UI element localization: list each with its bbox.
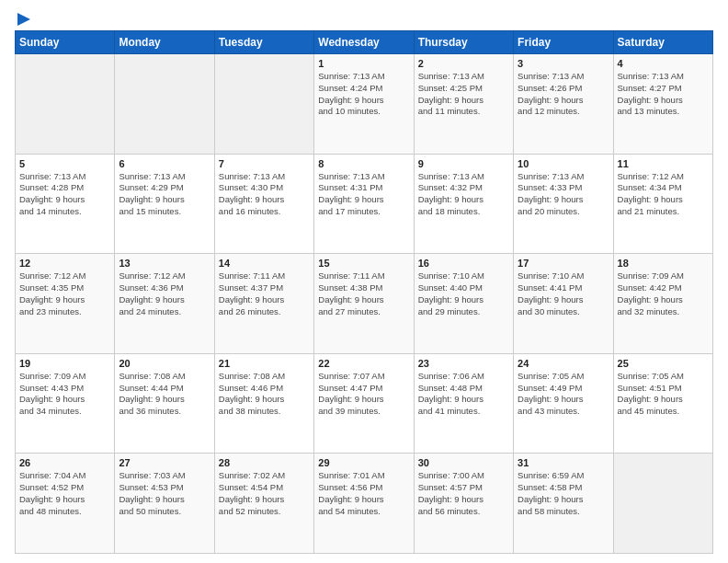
day-number: 15 <box>318 258 409 269</box>
day-number: 29 <box>318 457 409 468</box>
calendar-cell: 20Sunrise: 7:08 AM Sunset: 4:44 PM Dayli… <box>115 353 214 454</box>
calendar-cell <box>16 54 115 155</box>
day-number: 5 <box>19 158 110 169</box>
cell-info: Sunrise: 7:13 AM Sunset: 4:31 PM Dayligh… <box>318 171 409 218</box>
day-number: 20 <box>119 358 210 369</box>
logo <box>15 15 30 23</box>
calendar-cell: 15Sunrise: 7:11 AM Sunset: 4:38 PM Dayli… <box>314 254 414 354</box>
calendar-cell: 26Sunrise: 7:04 AM Sunset: 4:52 PM Dayli… <box>16 454 115 554</box>
day-number: 11 <box>618 158 709 169</box>
calendar-cell: 13Sunrise: 7:12 AM Sunset: 4:36 PM Dayli… <box>115 254 214 354</box>
week-row-1: 1Sunrise: 7:13 AM Sunset: 4:24 PM Daylig… <box>16 54 713 155</box>
day-number: 12 <box>19 258 110 269</box>
calendar-cell <box>214 54 313 155</box>
col-header-saturday: Saturday <box>613 31 712 54</box>
cell-info: Sunrise: 7:13 AM Sunset: 4:29 PM Dayligh… <box>119 171 210 218</box>
col-header-monday: Monday <box>115 31 214 54</box>
cell-info: Sunrise: 7:03 AM Sunset: 4:53 PM Dayligh… <box>119 470 210 517</box>
cell-info: Sunrise: 7:08 AM Sunset: 4:46 PM Dayligh… <box>219 371 310 418</box>
calendar-cell <box>613 454 712 554</box>
cell-info: Sunrise: 7:13 AM Sunset: 4:28 PM Dayligh… <box>19 171 110 218</box>
cell-info: Sunrise: 6:59 AM Sunset: 4:58 PM Dayligh… <box>518 470 609 517</box>
cell-info: Sunrise: 7:04 AM Sunset: 4:52 PM Dayligh… <box>19 470 110 517</box>
page: SundayMondayTuesdayWednesdayThursdayFrid… <box>0 0 728 563</box>
cell-info: Sunrise: 7:08 AM Sunset: 4:44 PM Dayligh… <box>119 371 210 418</box>
cell-info: Sunrise: 7:09 AM Sunset: 4:42 PM Dayligh… <box>618 270 709 317</box>
cell-info: Sunrise: 7:02 AM Sunset: 4:54 PM Dayligh… <box>219 470 310 517</box>
day-number: 3 <box>518 58 609 69</box>
col-header-sunday: Sunday <box>16 31 115 54</box>
svg-marker-0 <box>17 13 30 26</box>
day-number: 21 <box>219 358 310 369</box>
calendar-cell: 1Sunrise: 7:13 AM Sunset: 4:24 PM Daylig… <box>314 54 414 155</box>
calendar-header-row: SundayMondayTuesdayWednesdayThursdayFrid… <box>16 31 713 54</box>
cell-info: Sunrise: 7:13 AM Sunset: 4:32 PM Dayligh… <box>418 171 509 218</box>
col-header-thursday: Thursday <box>414 31 513 54</box>
calendar-cell: 31Sunrise: 6:59 AM Sunset: 4:58 PM Dayli… <box>514 454 613 554</box>
calendar-cell: 12Sunrise: 7:12 AM Sunset: 4:35 PM Dayli… <box>16 254 115 354</box>
cell-info: Sunrise: 7:13 AM Sunset: 4:33 PM Dayligh… <box>518 171 609 218</box>
cell-info: Sunrise: 7:01 AM Sunset: 4:56 PM Dayligh… <box>318 470 409 517</box>
calendar-cell: 28Sunrise: 7:02 AM Sunset: 4:54 PM Dayli… <box>214 454 313 554</box>
calendar-cell: 8Sunrise: 7:13 AM Sunset: 4:31 PM Daylig… <box>314 154 414 254</box>
day-number: 13 <box>119 258 210 269</box>
calendar-cell: 2Sunrise: 7:13 AM Sunset: 4:25 PM Daylig… <box>414 54 513 155</box>
week-row-3: 12Sunrise: 7:12 AM Sunset: 4:35 PM Dayli… <box>16 254 713 354</box>
day-number: 31 <box>518 457 609 468</box>
cell-info: Sunrise: 7:11 AM Sunset: 4:38 PM Dayligh… <box>318 270 409 317</box>
calendar-cell: 24Sunrise: 7:05 AM Sunset: 4:49 PM Dayli… <box>514 353 613 454</box>
cell-info: Sunrise: 7:13 AM Sunset: 4:26 PM Dayligh… <box>518 71 609 118</box>
day-number: 23 <box>418 358 509 369</box>
day-number: 27 <box>119 457 210 468</box>
day-number: 7 <box>219 158 310 169</box>
day-number: 14 <box>219 258 310 269</box>
week-row-5: 26Sunrise: 7:04 AM Sunset: 4:52 PM Dayli… <box>16 454 713 554</box>
header <box>15 15 713 23</box>
day-number: 4 <box>618 58 709 69</box>
day-number: 25 <box>618 358 709 369</box>
day-number: 28 <box>219 457 310 468</box>
day-number: 2 <box>418 58 509 69</box>
cell-info: Sunrise: 7:13 AM Sunset: 4:27 PM Dayligh… <box>618 71 709 118</box>
calendar-cell: 22Sunrise: 7:07 AM Sunset: 4:47 PM Dayli… <box>314 353 414 454</box>
cell-info: Sunrise: 7:13 AM Sunset: 4:25 PM Dayligh… <box>418 71 509 118</box>
day-number: 1 <box>318 58 409 69</box>
day-number: 9 <box>418 158 509 169</box>
cell-info: Sunrise: 7:05 AM Sunset: 4:49 PM Dayligh… <box>518 371 609 418</box>
cell-info: Sunrise: 7:13 AM Sunset: 4:30 PM Dayligh… <box>219 171 310 218</box>
col-header-wednesday: Wednesday <box>314 31 414 54</box>
day-number: 10 <box>518 158 609 169</box>
calendar-cell: 3Sunrise: 7:13 AM Sunset: 4:26 PM Daylig… <box>514 54 613 155</box>
calendar-table: SundayMondayTuesdayWednesdayThursdayFrid… <box>15 30 713 554</box>
calendar-cell: 7Sunrise: 7:13 AM Sunset: 4:30 PM Daylig… <box>214 154 313 254</box>
day-number: 18 <box>618 258 709 269</box>
calendar-cell: 29Sunrise: 7:01 AM Sunset: 4:56 PM Dayli… <box>314 454 414 554</box>
calendar-cell: 16Sunrise: 7:10 AM Sunset: 4:40 PM Dayli… <box>414 254 513 354</box>
calendar-cell: 4Sunrise: 7:13 AM Sunset: 4:27 PM Daylig… <box>613 54 712 155</box>
cell-info: Sunrise: 7:10 AM Sunset: 4:40 PM Dayligh… <box>418 270 509 317</box>
cell-info: Sunrise: 7:09 AM Sunset: 4:43 PM Dayligh… <box>19 371 110 418</box>
day-number: 17 <box>518 258 609 269</box>
calendar-cell: 23Sunrise: 7:06 AM Sunset: 4:48 PM Dayli… <box>414 353 513 454</box>
cell-info: Sunrise: 7:12 AM Sunset: 4:36 PM Dayligh… <box>119 270 210 317</box>
week-row-4: 19Sunrise: 7:09 AM Sunset: 4:43 PM Dayli… <box>16 353 713 454</box>
day-number: 26 <box>19 457 110 468</box>
cell-info: Sunrise: 7:05 AM Sunset: 4:51 PM Dayligh… <box>618 371 709 418</box>
cell-info: Sunrise: 7:12 AM Sunset: 4:34 PM Dayligh… <box>618 171 709 218</box>
day-number: 22 <box>318 358 409 369</box>
col-header-tuesday: Tuesday <box>214 31 313 54</box>
calendar-cell: 6Sunrise: 7:13 AM Sunset: 4:29 PM Daylig… <box>115 154 214 254</box>
calendar-cell: 11Sunrise: 7:12 AM Sunset: 4:34 PM Dayli… <box>613 154 712 254</box>
day-number: 19 <box>19 358 110 369</box>
cell-info: Sunrise: 7:13 AM Sunset: 4:24 PM Dayligh… <box>318 71 409 118</box>
calendar-cell: 27Sunrise: 7:03 AM Sunset: 4:53 PM Dayli… <box>115 454 214 554</box>
calendar-cell: 30Sunrise: 7:00 AM Sunset: 4:57 PM Dayli… <box>414 454 513 554</box>
calendar-cell <box>115 54 214 155</box>
cell-info: Sunrise: 7:12 AM Sunset: 4:35 PM Dayligh… <box>19 270 110 317</box>
day-number: 6 <box>119 158 210 169</box>
calendar-cell: 25Sunrise: 7:05 AM Sunset: 4:51 PM Dayli… <box>613 353 712 454</box>
cell-info: Sunrise: 7:10 AM Sunset: 4:41 PM Dayligh… <box>518 270 609 317</box>
calendar-cell: 9Sunrise: 7:13 AM Sunset: 4:32 PM Daylig… <box>414 154 513 254</box>
calendar-cell: 5Sunrise: 7:13 AM Sunset: 4:28 PM Daylig… <box>16 154 115 254</box>
cell-info: Sunrise: 7:07 AM Sunset: 4:47 PM Dayligh… <box>318 371 409 418</box>
